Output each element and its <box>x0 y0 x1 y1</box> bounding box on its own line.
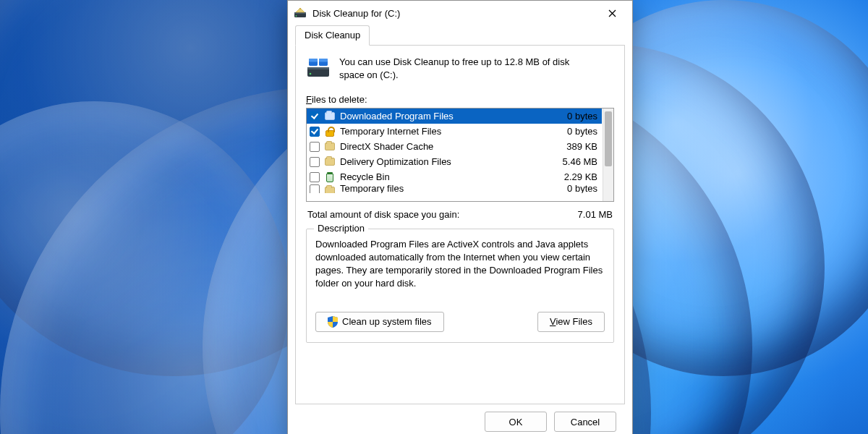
dialog-footer: OK Cancel <box>295 404 625 434</box>
button-label: OK <box>509 417 523 427</box>
shield-icon <box>328 316 338 328</box>
checkbox[interactable] <box>310 127 320 137</box>
files-to-delete-label: Files to delete: <box>306 94 614 105</box>
svg-rect-10 <box>319 59 328 62</box>
list-item[interactable]: Temporary Internet Files 0 bytes <box>307 124 602 139</box>
checkbox[interactable] <box>310 157 320 167</box>
list-item-size: 0 bytes <box>567 111 597 122</box>
desktop-wallpaper: Disk Cleanup for (C:) Disk Cleanup <box>0 0 868 434</box>
total-value: 7.01 MB <box>578 209 613 220</box>
folder-icon <box>324 141 336 153</box>
list-item-size: 389 KB <box>566 141 597 152</box>
files-listbox[interactable]: Downloaded Program Files 0 bytes Tempora… <box>306 108 614 202</box>
close-icon <box>608 9 616 17</box>
total-label: Total amount of disk space you gain: <box>307 209 459 220</box>
cancel-button[interactable]: Cancel <box>554 412 616 432</box>
tab-body: You can use Disk Cleanup to free up to 1… <box>295 46 625 404</box>
window-title: Disk Cleanup for (C:) <box>312 8 400 19</box>
tab-disk-cleanup[interactable]: Disk Cleanup <box>295 25 370 46</box>
button-label: View Files <box>550 316 592 327</box>
button-label: Cancel <box>571 417 600 427</box>
svg-rect-3 <box>299 8 301 9</box>
disk-cleanup-icon <box>294 7 307 20</box>
recycle-bin-icon <box>324 171 336 183</box>
list-item-label: Temporary files <box>340 184 563 193</box>
folder-icon <box>324 156 336 168</box>
svg-rect-5 <box>307 67 329 69</box>
total-row: Total amount of disk space you gain: 7.0… <box>307 209 613 220</box>
checkbox[interactable] <box>310 172 320 182</box>
folder-icon <box>324 111 336 122</box>
scrollbar-thumb[interactable] <box>605 111 612 166</box>
list-item-label: Temporary Internet Files <box>340 126 563 137</box>
list-item[interactable]: Delivery Optimization Files 5.46 MB <box>307 154 602 169</box>
intro-row: You can use Disk Cleanup to free up to 1… <box>306 56 614 81</box>
list-item-size: 5.46 MB <box>563 156 597 167</box>
description-legend: Description <box>314 223 368 234</box>
list-item[interactable]: Recycle Bin 2.29 KB <box>307 169 602 184</box>
titlebar[interactable]: Disk Cleanup for (C:) <box>288 1 632 25</box>
svg-point-6 <box>310 73 312 75</box>
list-item-label: Downloaded Program Files <box>340 111 563 122</box>
list-item-size: 0 bytes <box>567 126 597 137</box>
list-item[interactable]: DirectX Shader Cache 389 KB <box>307 139 602 154</box>
description-text: Downloaded Program Files are ActiveX con… <box>315 238 605 290</box>
list-item-size: 0 bytes <box>567 184 597 193</box>
list-item[interactable]: Downloaded Program Files 0 bytes <box>307 109 602 124</box>
close-button[interactable] <box>596 2 628 24</box>
drive-icon <box>306 56 331 80</box>
list-item-size: 2.29 KB <box>564 171 597 182</box>
cleanup-system-files-button[interactable]: Clean up system files <box>315 312 444 332</box>
client-area: Disk Cleanup <box>288 25 632 434</box>
tabstrip: Disk Cleanup <box>295 25 625 46</box>
svg-point-2 <box>296 15 297 17</box>
list-item[interactable]: Temporary files 0 bytes <box>307 184 602 193</box>
checkbox[interactable] <box>310 184 320 193</box>
description-group: Description Downloaded Program Files are… <box>306 229 614 343</box>
view-files-button[interactable]: View Files <box>537 312 605 332</box>
checkbox[interactable] <box>310 142 320 152</box>
svg-rect-8 <box>309 59 318 62</box>
ok-button[interactable]: OK <box>485 412 547 432</box>
button-label: Clean up system files <box>342 316 432 327</box>
list-item-label: Recycle Bin <box>340 171 560 182</box>
disk-cleanup-window: Disk Cleanup for (C:) Disk Cleanup <box>287 0 633 434</box>
folder-icon <box>324 184 336 193</box>
lock-icon <box>324 126 336 137</box>
list-item-label: Delivery Optimization Files <box>340 156 558 167</box>
checkbox[interactable] <box>310 111 320 122</box>
list-item-label: DirectX Shader Cache <box>340 141 562 152</box>
intro-text: You can use Disk Cleanup to free up to 1… <box>339 56 585 81</box>
scrollbar[interactable] <box>603 109 613 201</box>
